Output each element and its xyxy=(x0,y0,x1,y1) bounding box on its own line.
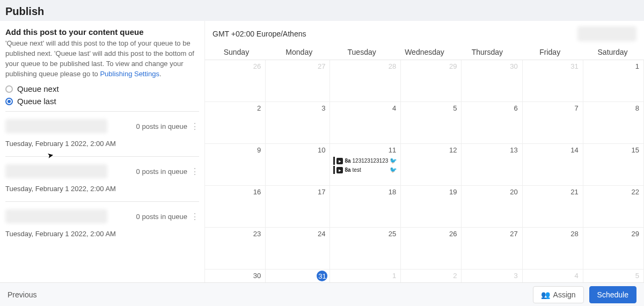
calendar-cell[interactable]: 22 xyxy=(583,186,644,228)
people-icon: 👥 xyxy=(541,290,550,299)
calendar-day-number: 26 xyxy=(449,230,457,238)
calendar-toolbar-blurred xyxy=(577,26,636,41)
calendar-day-number: 28 xyxy=(570,230,578,238)
separator xyxy=(5,201,199,202)
calendar-day-number: 28 xyxy=(389,62,396,70)
queue-posts-count: 0 posts in queue xyxy=(136,167,187,176)
calendar-cell[interactable]: 5 xyxy=(401,102,462,144)
sidebar-heading: Add this post to your content queue xyxy=(5,27,199,37)
calendar-cell[interactable]: 29 xyxy=(583,228,644,269)
calendar-cell[interactable]: 21 xyxy=(523,186,583,228)
calendar-cell[interactable]: 27 xyxy=(266,60,330,102)
calendar-day-number: 1 xyxy=(392,272,396,280)
calendar-day-number: 6 xyxy=(514,104,517,112)
queue-item-menu-icon[interactable]: ⋮ xyxy=(191,212,199,222)
calendar-day-number: 2 xyxy=(453,272,457,280)
calendar-cell[interactable]: 11▸8a123123123123🐦▸8atest🐦 xyxy=(330,144,401,186)
calendar-cell[interactable]: 20 xyxy=(462,186,522,228)
calendar-day-number: 4 xyxy=(392,104,396,112)
calendar-day-number: 26 xyxy=(253,62,261,70)
calendar-cell[interactable]: 25 xyxy=(330,228,401,269)
calendar-day-number: 27 xyxy=(510,230,517,238)
calendar-day-number: 16 xyxy=(253,188,261,196)
schedule-button[interactable]: Schedule xyxy=(589,286,636,303)
calendar-event[interactable]: ▸8a123123123123🐦 xyxy=(333,157,397,165)
separator xyxy=(5,156,199,157)
page-title: Publish xyxy=(0,0,644,21)
calendar-cell[interactable]: 28 xyxy=(523,228,583,269)
calendar-cell[interactable]: 24 xyxy=(266,228,330,269)
event-title: test xyxy=(353,167,389,173)
calendar-day-number: 12 xyxy=(449,146,457,154)
calendar-cell[interactable]: 16 xyxy=(205,186,266,228)
previous-button[interactable]: Previous xyxy=(8,290,36,299)
queue-account-blurred xyxy=(5,164,107,178)
separator xyxy=(5,111,199,112)
calendar-day-number: 29 xyxy=(449,62,457,70)
queue-posts-count: 0 posts in queue xyxy=(136,122,187,130)
calendar-day-names: Sunday Monday Tuesday Wednesday Thursday… xyxy=(205,45,644,60)
calendar-day-number: 27 xyxy=(318,62,325,70)
calendar-day-number: 5 xyxy=(635,272,639,280)
calendar-cell[interactable]: 26 xyxy=(205,60,266,102)
calendar-cell[interactable]: 30 xyxy=(462,60,522,102)
calendar-day-number: 31 xyxy=(317,271,327,281)
calendar-cell[interactable]: 6 xyxy=(462,102,522,144)
calendar-day-number: 23 xyxy=(253,230,261,238)
calendar-day-number: 19 xyxy=(449,188,457,196)
calendar-cell[interactable]: 1 xyxy=(583,60,644,102)
calendar-event[interactable]: ▸8atest🐦 xyxy=(333,166,397,174)
calendar-day-number: 31 xyxy=(570,62,578,70)
radio-queue-next[interactable]: Queue next xyxy=(5,84,199,93)
radio-queue-last[interactable]: Queue last xyxy=(5,97,199,106)
calendar-day-number: 18 xyxy=(389,188,396,196)
day-name: Monday xyxy=(268,45,331,60)
event-type-icon: ▸ xyxy=(336,167,343,173)
queue-item: 0 posts in queue ⋮ Tuesday, February 1 2… xyxy=(5,207,199,241)
calendar-day-number: 7 xyxy=(575,104,579,112)
calendar-day-number: 15 xyxy=(632,146,639,154)
queue-item-menu-icon[interactable]: ⋮ xyxy=(191,166,199,177)
calendar-cell[interactable]: 28 xyxy=(330,60,401,102)
calendar-cell[interactable]: 4 xyxy=(330,102,401,144)
calendar-cell[interactable]: 13 xyxy=(462,144,522,186)
calendar-cell[interactable]: 29 xyxy=(401,60,462,102)
queue-date: Tuesday, February 1 2022, 2:00 AM xyxy=(5,230,199,238)
calendar-cell[interactable]: 19 xyxy=(401,186,462,228)
calendar-cell[interactable]: 17 xyxy=(266,186,330,228)
calendar-cell[interactable]: 26 xyxy=(401,228,462,269)
calendar-cell[interactable]: 10 xyxy=(266,144,330,186)
calendar-cell[interactable]: 12 xyxy=(401,144,462,186)
calendar-day-number: 30 xyxy=(510,62,517,70)
sidebar-desc-post: . xyxy=(159,70,162,78)
calendar-day-number: 1 xyxy=(635,62,639,70)
calendar-day-number: 10 xyxy=(318,146,325,154)
calendar-cell[interactable]: 23 xyxy=(205,228,266,269)
queue-item-menu-icon[interactable]: ⋮ xyxy=(191,121,199,132)
radio-label: Queue next xyxy=(17,84,59,93)
calendar-cell[interactable]: 31 xyxy=(523,60,583,102)
calendar-cell[interactable]: 14 xyxy=(523,144,583,186)
calendar-cell[interactable]: 8 xyxy=(583,102,644,144)
radio-icon xyxy=(5,85,13,93)
calendar-cell[interactable]: 15 xyxy=(583,144,644,186)
calendar-day-number: 13 xyxy=(510,146,517,154)
calendar-day-number: 4 xyxy=(575,272,579,280)
event-time: 8a xyxy=(345,167,350,173)
calendar-cell[interactable]: 3 xyxy=(266,102,330,144)
calendar-timezone: GMT +02:00 Europe/Athens xyxy=(213,30,306,38)
footer: Previous 👥 Assign Schedule xyxy=(0,282,644,306)
calendar-cell[interactable]: 18 xyxy=(330,186,401,228)
assign-label: Assign xyxy=(553,290,576,299)
queue-item: 0 posts in queue ⋮ Tuesday, February 1 2… xyxy=(5,117,199,151)
day-name: Thursday xyxy=(456,45,518,60)
calendar-cell[interactable]: 2 xyxy=(205,102,266,144)
calendar-cell[interactable]: 9 xyxy=(205,144,266,186)
calendar-cell[interactable]: 7 xyxy=(523,102,583,144)
calendar-cell[interactable]: 27 xyxy=(462,228,522,269)
calendar-day-number: 24 xyxy=(318,230,325,238)
sidebar: Add this post to your content queue 'Que… xyxy=(0,21,205,283)
calendar-day-number: 14 xyxy=(570,146,578,154)
publishing-settings-link[interactable]: Publishing Settings xyxy=(100,70,159,78)
assign-button[interactable]: 👥 Assign xyxy=(533,286,584,303)
